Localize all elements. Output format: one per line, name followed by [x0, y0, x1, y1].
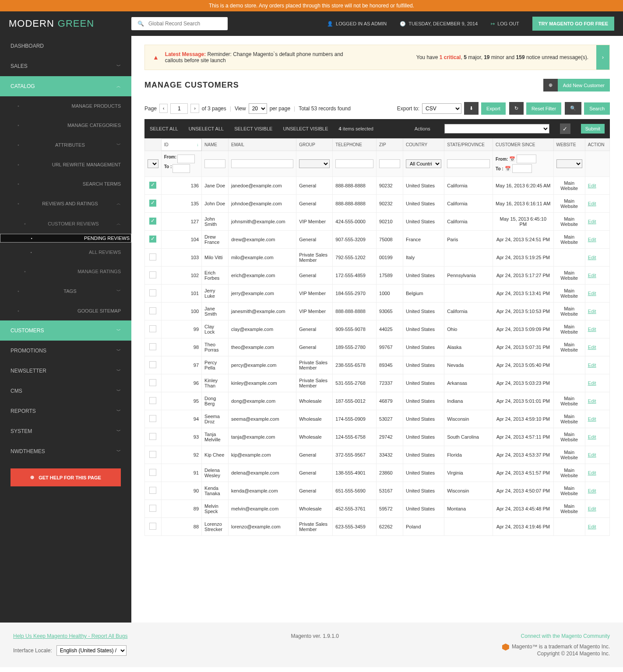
filter-group-select[interactable]	[299, 159, 330, 168]
row-checkbox[interactable]	[149, 289, 156, 296]
nav-manage-products[interactable]: MANAGE PRODUCTS	[0, 96, 131, 116]
table-row[interactable]: 104Drew Francedrew@example.comGeneral907…	[145, 231, 610, 249]
nav-promotions[interactable]: PROMOTIONS﹀	[0, 341, 131, 361]
edit-link[interactable]: Edit	[588, 309, 596, 314]
add-customer-icon-button[interactable]: ⊕	[543, 79, 558, 91]
table-row[interactable]: 97Percy Pellapercy@example.comPrivate Sa…	[145, 356, 610, 374]
edit-link[interactable]: Edit	[588, 470, 596, 475]
table-row[interactable]: 100Jane Smithjanesmith@example.comVIP Me…	[145, 303, 610, 320]
edit-link[interactable]: Edit	[588, 273, 596, 278]
nav-catalog[interactable]: CATALOG︿	[0, 76, 131, 96]
filter-since-from[interactable]	[517, 155, 536, 163]
edit-link[interactable]: Edit	[588, 362, 596, 368]
edit-link[interactable]: Edit	[588, 488, 596, 493]
row-checkbox[interactable]	[149, 200, 156, 207]
table-row[interactable]: 102Erich Forbeserich@example.comGeneral1…	[145, 267, 610, 285]
table-row[interactable]: 98Theo Porrastheo@example.comGeneral189-…	[145, 338, 610, 356]
col-country[interactable]: COUNTRY	[403, 139, 444, 151]
filter-website-select[interactable]	[556, 159, 582, 168]
row-checkbox[interactable]	[149, 397, 156, 404]
prev-page-button[interactable]: ‹	[159, 104, 168, 113]
nav-dashboard[interactable]: DASHBOARD	[0, 36, 131, 56]
actions-submit-button[interactable]: Submit	[581, 124, 605, 134]
calendar-icon[interactable]: 📅	[509, 156, 515, 162]
alert-go-button[interactable]: ›	[596, 45, 609, 70]
row-checkbox[interactable]	[149, 523, 156, 530]
row-checkbox[interactable]	[149, 182, 156, 189]
nav-manage-categories[interactable]: MANAGE CATEGORIES	[0, 116, 131, 135]
table-row[interactable]: 103Milo Vittimilo@example.comPrivate Sal…	[145, 249, 610, 267]
row-checkbox[interactable]	[149, 469, 156, 476]
table-row[interactable]: 88Lorenzo Streckerlorenzo@example.comPri…	[145, 518, 610, 536]
row-checkbox[interactable]	[149, 325, 156, 332]
per-page-select[interactable]: 20	[249, 103, 267, 114]
row-checkbox[interactable]	[149, 253, 156, 260]
nav-reports[interactable]: REPORTS﹀	[0, 401, 131, 421]
row-checkbox[interactable]	[149, 236, 156, 243]
table-row[interactable]: 101Jerry Lukejerry@example.comVIP Member…	[145, 285, 610, 303]
edit-link[interactable]: Edit	[588, 398, 596, 404]
filter-id-to[interactable]	[172, 164, 190, 173]
nav-manage-ratings[interactable]: MANAGE RATINGS	[0, 262, 131, 281]
filter-id-from[interactable]	[177, 155, 195, 163]
reset-filter-button[interactable]: Reset Filter	[526, 102, 561, 115]
nav-customer-reviews[interactable]: CUSTOMER REVIEWS︿	[0, 214, 131, 234]
row-checkbox[interactable]	[149, 379, 156, 386]
export-format-select[interactable]: CSV	[422, 103, 461, 114]
report-bugs-link[interactable]: Help Us Keep Magento Healthy - Report Al…	[13, 633, 127, 639]
row-checkbox[interactable]	[149, 487, 156, 494]
col-email[interactable]: EMAIL	[229, 139, 296, 151]
actions-select[interactable]	[444, 124, 549, 134]
nav-pending-reviews[interactable]: PENDING REVIEWS	[0, 234, 131, 243]
help-button[interactable]: ⊕GET HELP FOR THIS PAGE	[11, 468, 121, 486]
row-checkbox[interactable]	[149, 218, 156, 225]
nav-tags[interactable]: TAGS﹀	[0, 281, 131, 301]
nav-attributes[interactable]: ATTRIBUTES﹀	[0, 135, 131, 155]
nav-google-sitemap[interactable]: GOOGLE SITEMAP	[0, 301, 131, 320]
calendar-icon[interactable]: 📅	[505, 166, 511, 172]
row-checkbox[interactable]	[149, 343, 156, 350]
nav-search-terms[interactable]: SEARCH TERMS	[0, 174, 131, 194]
add-customer-button[interactable]: Add New Customer	[558, 79, 610, 91]
nav-customers[interactable]: CUSTOMERS﹀	[0, 320, 131, 341]
next-page-button[interactable]: ›	[190, 104, 199, 113]
table-row[interactable]: 99Clay Lockclay@example.comGeneral909-55…	[145, 320, 610, 338]
row-checkbox[interactable]	[149, 433, 156, 440]
table-row[interactable]: 91Delena Wesleydelena@example.comGeneral…	[145, 464, 610, 482]
row-checkbox[interactable]	[149, 451, 156, 458]
edit-link[interactable]: Edit	[588, 452, 596, 457]
edit-link[interactable]: Edit	[588, 416, 596, 422]
table-row[interactable]: 89Melvin Speckmelvin@example.comWholesal…	[145, 500, 610, 518]
page-input[interactable]	[170, 103, 188, 114]
table-row[interactable]: 95Dong Bergdong@example.comWholesale187-…	[145, 392, 610, 410]
filter-since-to[interactable]	[512, 164, 532, 173]
col-telephone[interactable]: TELEPHONE	[333, 139, 377, 151]
edit-link[interactable]: Edit	[588, 327, 596, 332]
filter-email[interactable]	[231, 159, 293, 168]
filter-telephone[interactable]	[335, 159, 373, 168]
row-checkbox[interactable]	[149, 505, 156, 512]
search-icon-button[interactable]: 🔍	[565, 102, 581, 115]
row-checkbox[interactable]	[149, 415, 156, 422]
reset-icon-button[interactable]: ↻	[509, 102, 524, 115]
col-since[interactable]: CUSTOMER SINCE	[493, 139, 554, 151]
nav-sales[interactable]: SALES﹀	[0, 56, 131, 76]
filter-name[interactable]	[204, 159, 225, 168]
edit-link[interactable]: Edit	[588, 506, 596, 511]
edit-link[interactable]: Edit	[588, 380, 596, 386]
table-row[interactable]: 96Kinley Thankinley@example.comPrivate S…	[145, 374, 610, 392]
nav-url-rewrite[interactable]: URL REWRITE MANAGEMENT	[0, 155, 131, 174]
col-zip[interactable]: ZIP	[377, 139, 403, 151]
col-state[interactable]: STATE/PROVINCE	[444, 139, 493, 151]
edit-link[interactable]: Edit	[588, 219, 596, 224]
table-row[interactable]: 94Seema Drozseema@example.comWholesale17…	[145, 410, 610, 428]
table-row[interactable]: 92Kip Cheekip@example.comGeneral372-555-…	[145, 446, 610, 464]
table-row[interactable]: 90Kenda Tanakakenda@example.comGeneral65…	[145, 482, 610, 500]
table-row[interactable]: 136Jane Doejanedoe@example.comGeneral888…	[145, 177, 610, 195]
row-checkbox[interactable]	[149, 271, 156, 278]
col-name[interactable]: NAME	[202, 139, 229, 151]
edit-link[interactable]: Edit	[588, 255, 596, 260]
edit-link[interactable]: Edit	[588, 237, 596, 242]
edit-link[interactable]: Edit	[588, 291, 596, 296]
export-icon-button[interactable]: ⬇	[464, 102, 479, 115]
